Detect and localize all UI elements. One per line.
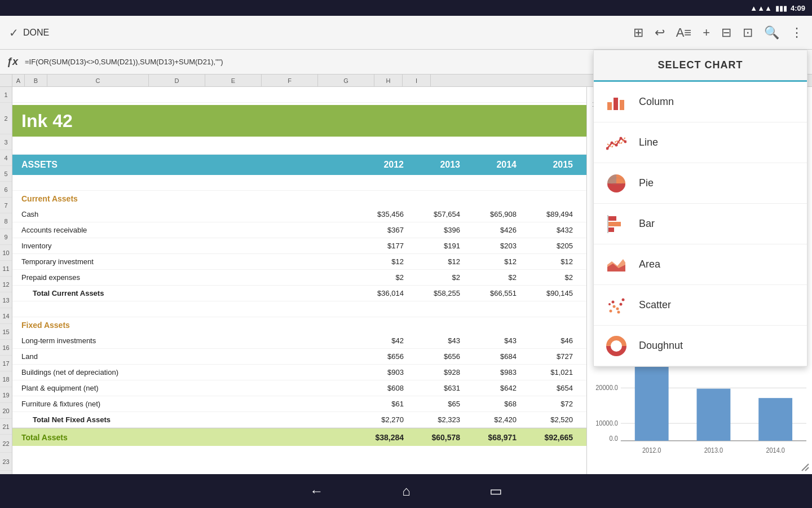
- tca-2014: $66,551: [465, 289, 521, 297]
- svg-point-41: [610, 309, 612, 312]
- empty-row-3: [12, 139, 586, 155]
- tnfa-2014: $2,420: [465, 415, 521, 424]
- line-label: Line: [639, 137, 658, 148]
- home-button[interactable]: ⌂: [402, 483, 411, 499]
- svg-rect-38: [607, 215, 608, 233]
- temp-invest-row[interactable]: Temporary investment $12 $12 $12 $12: [12, 254, 586, 270]
- plant-2013: $631: [408, 384, 465, 392]
- svg-rect-25: [607, 102, 612, 110]
- col-header-c: C: [47, 75, 149, 86]
- prepaid-row[interactable]: Prepaid expenses $2 $2 $2 $2: [12, 270, 586, 286]
- cell-icon[interactable]: ⊡: [743, 25, 753, 40]
- total-fixed-assets-row[interactable]: Total Net Fixed Assets $2,270 $2,323 $2,…: [12, 412, 586, 428]
- sheet-content: Ink 42 ASSETS 2012 2013 2014 2015 Curren…: [12, 87, 586, 474]
- buildings-row[interactable]: Buildings (net of depreciation) $903 $92…: [12, 365, 586, 380]
- table-icon[interactable]: ⊟: [721, 25, 731, 40]
- svg-text:10000.0: 10000.0: [595, 419, 618, 427]
- chart-option-line[interactable]: Line: [594, 122, 807, 163]
- inventory-row[interactable]: Inventory $177 $191 $203 $205: [12, 238, 586, 254]
- recent-button[interactable]: ▭: [489, 483, 502, 499]
- chart-option-bar[interactable]: Bar: [594, 204, 807, 244]
- land-2014: $684: [465, 352, 521, 361]
- row-17: 17: [0, 356, 12, 371]
- land-row[interactable]: Land $656 $656 $684 $727: [12, 349, 586, 365]
- buildings-2013: $928: [408, 368, 465, 376]
- undo-icon[interactable]: ↩: [655, 25, 665, 40]
- total-fixed-label: Total Net Fixed Assets: [21, 415, 352, 424]
- furniture-2013: $65: [408, 400, 465, 408]
- svg-point-46: [622, 298, 625, 301]
- chart-option-area[interactable]: Area: [594, 244, 807, 285]
- col-header-h: H: [374, 75, 403, 86]
- ta-2015: $92,665: [521, 433, 577, 442]
- chart-option-column[interactable]: Column: [594, 82, 807, 122]
- back-button[interactable]: ←: [310, 483, 323, 499]
- svg-point-47: [617, 310, 620, 313]
- more-icon[interactable]: ⋮: [791, 25, 803, 40]
- total-assets-row[interactable]: Total Assets $38,284 $60,578 $68,971 $92…: [12, 428, 586, 446]
- row-12: 12: [0, 277, 12, 292]
- font-icon[interactable]: A≡: [676, 25, 692, 40]
- svg-rect-35: [608, 216, 616, 221]
- battery-icon: ▮▮▮: [775, 4, 787, 12]
- inventory-2015: $205: [521, 242, 577, 250]
- furniture-row[interactable]: Furniture & fixtures (net) $61 $65 $68 $…: [12, 396, 586, 412]
- grid-icon[interactable]: ⊞: [633, 25, 643, 40]
- cash-2012: $35,456: [352, 210, 408, 218]
- assets-years: 2012 2013 2014 2015: [352, 160, 577, 170]
- svg-text:2012.0: 2012.0: [642, 446, 661, 454]
- title-row: Ink 42: [12, 105, 586, 137]
- bar-label: Bar: [639, 218, 655, 230]
- bar-2013: [697, 389, 731, 441]
- panel-title: SELECT CHART: [658, 59, 743, 71]
- add-icon[interactable]: +: [703, 25, 710, 40]
- empty-row-1: [12, 87, 586, 103]
- plant-2012: $608: [352, 384, 408, 392]
- tnfa-2013: $2,323: [408, 415, 465, 424]
- furniture-2015: $72: [521, 400, 577, 408]
- svg-rect-26: [614, 98, 618, 110]
- check-icon: ✓: [9, 26, 19, 40]
- row-3: 3: [0, 134, 12, 150]
- svg-text:2014.0: 2014.0: [766, 446, 785, 454]
- ar-row[interactable]: Accounts receivable $367 $396 $426 $432: [12, 222, 586, 238]
- inventory-label: Inventory: [21, 242, 352, 250]
- top-toolbar: ✓ DONE ⊞ ↩ A≡ + ⊟ ⊡ 🔍 ⋮: [0, 16, 812, 50]
- search-icon[interactable]: 🔍: [764, 25, 779, 40]
- land-2012: $656: [352, 352, 408, 361]
- svg-point-43: [616, 307, 619, 310]
- plant-row[interactable]: Plant & equipment (net) $608 $631 $642 $…: [12, 380, 586, 396]
- svg-point-42: [613, 305, 616, 308]
- chart-option-doughnut[interactable]: Doughnut: [594, 326, 807, 366]
- col-header-i: I: [403, 75, 431, 86]
- buildings-2014: $983: [465, 368, 521, 376]
- total-current-assets-row[interactable]: Total Current Assets $36,014 $58,255 $66…: [12, 286, 586, 301]
- inventory-2014: $203: [465, 242, 521, 250]
- ta-2014: $68,971: [465, 433, 521, 442]
- prepaid-label: Prepaid expenses: [21, 273, 352, 282]
- toolbar-icons: ⊞ ↩ A≡ + ⊟ ⊡ 🔍 ⋮: [633, 25, 803, 40]
- svg-text:2013.0: 2013.0: [704, 446, 723, 454]
- row-22: 22: [0, 435, 12, 453]
- row-numbers: 1 2 3 4 5 6 7 8 9 10 11 12 13 14 15 16 1…: [0, 87, 12, 474]
- year-2012: 2012: [352, 160, 408, 170]
- lt-2013: $43: [408, 336, 465, 345]
- row-15: 15: [0, 324, 12, 340]
- svg-point-29: [611, 141, 614, 144]
- svg-rect-27: [620, 100, 624, 110]
- assets-label: ASSETS: [21, 160, 352, 170]
- done-button[interactable]: ✓ DONE: [9, 26, 49, 40]
- fixed-assets-label: Fixed Assets: [21, 321, 70, 330]
- ar-2014: $426: [465, 226, 521, 234]
- resize-handle[interactable]: [801, 463, 810, 472]
- row-23: 23: [0, 453, 12, 471]
- row-6: 6: [0, 182, 12, 198]
- svg-text:20000.0: 20000.0: [595, 383, 618, 392]
- cash-row[interactable]: Cash $35,456 $57,654 $65,908 $89,494: [12, 207, 586, 222]
- chart-option-scatter[interactable]: Scatter: [594, 285, 807, 326]
- lt-invest-row[interactable]: Long-term investments $42 $43 $43 $46: [12, 333, 586, 349]
- buildings-label: Buildings (net of depreciation): [21, 368, 352, 376]
- chart-option-pie[interactable]: Pie: [594, 163, 807, 204]
- lt-2014: $43: [465, 336, 521, 345]
- row-10: 10: [0, 245, 12, 261]
